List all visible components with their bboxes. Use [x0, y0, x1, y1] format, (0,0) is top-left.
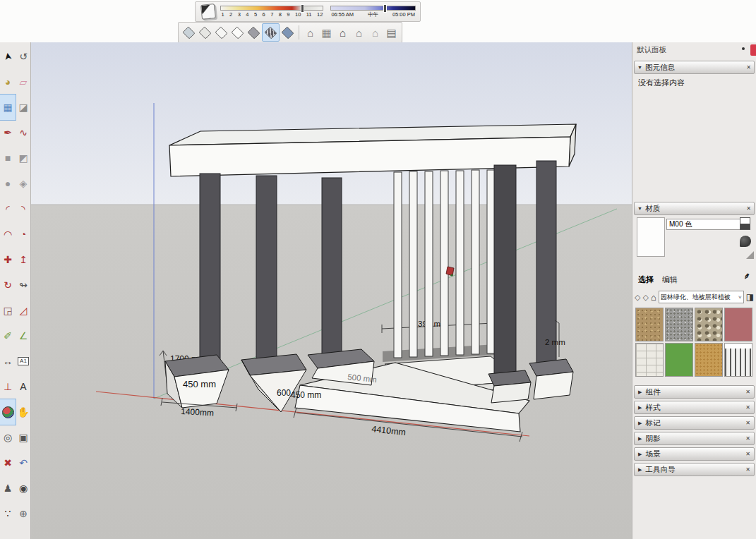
back-view-button[interactable]: ⌂: [367, 24, 383, 41]
top-view-button[interactable]: ▦: [318, 24, 335, 41]
shadow-date-slider[interactable]: 123456789101112: [220, 6, 323, 18]
date-slider-handle[interactable]: [301, 4, 304, 13]
material-gravel-tan[interactable]: [635, 308, 664, 341]
texture-paint-tool[interactable]: ▦: [0, 95, 16, 120]
section-tags-close-icon[interactable]: ✕: [745, 420, 750, 426]
orbit-tool[interactable]: [0, 399, 16, 425]
tab-edit[interactable]: 编辑: [662, 274, 678, 285]
section-styles[interactable]: ▶样式✕: [634, 401, 755, 414]
pan-tool[interactable]: ✋: [16, 399, 31, 425]
material-name-field[interactable]: [666, 219, 750, 230]
position-camera-tool[interactable]: ♟: [0, 476, 16, 501]
right-view-button[interactable]: ⌂: [351, 24, 367, 41]
rectangle-tool[interactable]: ■: [0, 145, 16, 171]
shadow-toggle-icon[interactable]: [200, 4, 217, 20]
section-tags[interactable]: ▶标记✕: [634, 416, 755, 430]
section-scenes-close-icon[interactable]: ✕: [745, 451, 750, 457]
section-shadows-close-icon[interactable]: ✕: [745, 435, 750, 442]
push-pull-tool[interactable]: ↥: [16, 247, 31, 272]
two-point-arc-tool[interactable]: ◝: [16, 196, 31, 222]
sample-paint-icon[interactable]: [740, 236, 751, 247]
xray-style-button[interactable]: [181, 24, 197, 41]
shaded-textures-style-button[interactable]: [262, 23, 280, 42]
section-shadows[interactable]: ▶阴影✕: [634, 432, 755, 445]
material-rose[interactable]: [724, 308, 752, 341]
rotated-rectangle-tool[interactable]: ◩: [16, 145, 31, 171]
monochrome-style-button[interactable]: [280, 24, 296, 41]
rotate-tool[interactable]: ↻: [0, 272, 16, 298]
entity-info-close-icon[interactable]: ✕: [746, 64, 751, 71]
zoom-extents-tool[interactable]: ✖: [0, 450, 16, 476]
footing-col4[interactable]: [488, 370, 531, 403]
section-components[interactable]: ▶组件✕: [634, 385, 755, 399]
circle-tool[interactable]: ●: [0, 171, 16, 196]
back-edges-style-button[interactable]: [197, 24, 213, 41]
create-material-button[interactable]: [740, 217, 750, 230]
line-tool[interactable]: ✒: [0, 120, 16, 145]
text-tool[interactable]: A1: [16, 349, 31, 374]
axes-tool[interactable]: ⊥: [0, 374, 16, 399]
polygon-tool[interactable]: ◈: [16, 171, 31, 196]
eyedropper-icon[interactable]: ✒: [740, 270, 753, 283]
paint-bucket-tool[interactable]: ◕: [0, 69, 16, 95]
date-gradient-strip[interactable]: [220, 6, 323, 11]
details-pane-icon[interactable]: ◨: [746, 292, 754, 302]
model-canvas[interactable]: 1700 mm 390 mm: [31, 42, 632, 539]
tab-select[interactable]: 选择: [638, 274, 654, 285]
section-components-close-icon[interactable]: ✕: [745, 389, 750, 395]
wireframe-style-button[interactable]: [213, 24, 229, 41]
previous-view-tool[interactable]: ↶: [16, 450, 31, 476]
shadow-time-slider[interactable]: 06:55 AM 中午 05:00 PM: [330, 6, 416, 18]
material-gravel-grey[interactable]: [665, 308, 693, 341]
section-plane-tool[interactable]: ⊕: [16, 501, 31, 526]
material-white-fence[interactable]: [724, 343, 752, 377]
look-around-tool[interactable]: ◉: [16, 476, 31, 501]
scale-tool[interactable]: ◿: [16, 298, 31, 323]
material-ochre[interactable]: [695, 343, 723, 377]
footing-right[interactable]: [529, 359, 573, 399]
nav-back-icon[interactable]: ◇: [635, 293, 640, 302]
arc-tool[interactable]: ◜: [0, 196, 16, 222]
select-tool[interactable]: ➤: [0, 44, 16, 69]
protractor-tool[interactable]: ∠: [16, 323, 31, 349]
front-view-button[interactable]: ⌂: [335, 24, 351, 41]
entity-info-header[interactable]: ▼ 图元信息 ✕: [634, 61, 755, 74]
offset-tool[interactable]: ◲: [0, 298, 16, 323]
eraser-tool[interactable]: ▱: [16, 69, 31, 95]
tape-measure-tool[interactable]: ✐: [0, 323, 16, 349]
walk-tool[interactable]: ∵: [0, 501, 16, 526]
3d-text-tool[interactable]: A: [16, 374, 31, 399]
dimension-tool[interactable]: ↔: [0, 349, 16, 374]
three-point-arc-tool[interactable]: ◠: [0, 222, 16, 247]
material-pavers[interactable]: [635, 343, 664, 377]
material-category-dropdown[interactable]: 园林绿化、地被层和植被 ˅: [659, 291, 744, 303]
move-tool[interactable]: ✚: [0, 247, 16, 272]
section-scenes[interactable]: ▶场景✕: [634, 447, 755, 461]
details-arrow[interactable]: [746, 251, 754, 259]
materials-header[interactable]: ▼ 材质 ✕: [634, 202, 755, 215]
material-grass-green[interactable]: [665, 343, 693, 377]
soften-edges-tool[interactable]: ◪: [16, 95, 31, 120]
materials-close-icon[interactable]: ✕: [746, 205, 751, 212]
time-gradient-strip[interactable]: [330, 6, 416, 11]
iso-view-button[interactable]: ⌂: [302, 24, 318, 41]
time-slider-handle[interactable]: [383, 4, 387, 13]
pie-tool[interactable]: ◔: [16, 222, 31, 247]
viewport-3d[interactable]: 1700 mm 390 mm: [31, 42, 632, 539]
zoom-window-tool[interactable]: ▣: [16, 425, 31, 450]
tray-close-button[interactable]: [750, 44, 756, 56]
nav-forward-icon[interactable]: ◇: [642, 293, 648, 302]
lasso-tool[interactable]: ↺: [16, 44, 31, 69]
section-instructor[interactable]: ▶工具向导✕: [634, 463, 755, 476]
left-view-button[interactable]: ▤: [383, 24, 400, 41]
shaded-style-button[interactable]: [246, 24, 262, 41]
tray-pin-icon[interactable]: [742, 47, 745, 50]
section-styles-close-icon[interactable]: ✕: [745, 404, 750, 411]
material-pebbles[interactable]: [695, 308, 723, 341]
follow-me-tool[interactable]: ↬: [16, 272, 31, 298]
hidden-line-style-button[interactable]: [229, 24, 246, 41]
home-icon[interactable]: ⌂: [651, 292, 656, 303]
zoom-tool[interactable]: ◎: [0, 425, 16, 450]
freehand-tool[interactable]: ∿: [16, 120, 31, 145]
section-instructor-close-icon[interactable]: ✕: [745, 466, 750, 473]
